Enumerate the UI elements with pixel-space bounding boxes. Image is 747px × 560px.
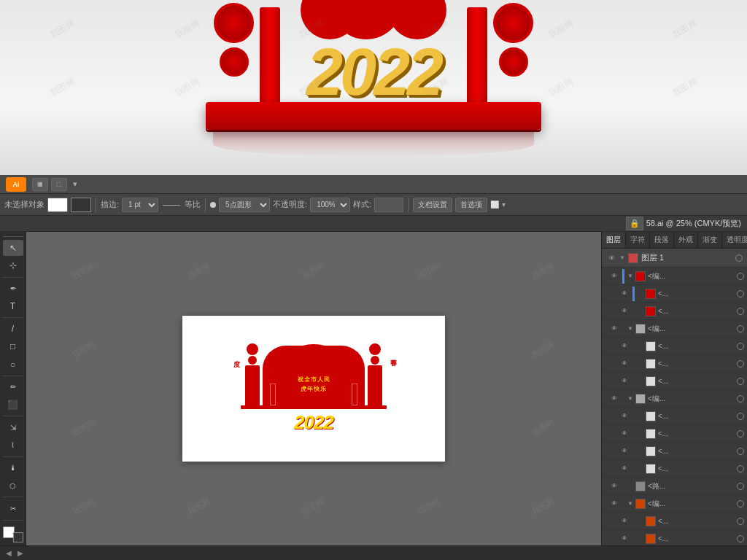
layer-visibility-toggle[interactable]: 👁 [609,481,619,491]
layer-swatch [646,376,656,386]
scissors-tool[interactable]: ✂ [3,500,23,516]
layer-row[interactable]: 👁 <... [602,460,747,478]
layer-rows-container: 👁 ▼ <编... 👁 <... 👁 <... 👁 ▼ <编... 👁 <...… [602,268,747,545]
doc-title-bar: 🔒 58.ai @ 25% (CMYK/预览) [0,216,747,232]
ai-logo: Ai [6,177,26,192]
blend-tool[interactable]: ⬡ [3,478,23,494]
left-toolbox: ↖ ⊹ ✒ T / □ ○ ✏ ⬛ ⇲ ⌇ 🌡 ⬡ ✂ [0,232,26,545]
layer-visibility-toggle[interactable]: 👁 [619,306,630,316]
select-tool[interactable]: ↖ [3,240,23,256]
layer-swatch [646,359,656,369]
layer-color-swatch [628,253,638,263]
tab-gradients[interactable]: 渐变 [698,232,722,248]
preferences-btn[interactable]: 首选项 [455,198,487,212]
layer-visibility-toggle[interactable]: 👁 [609,324,619,334]
menu-bar: Ai ▦ ⬚ ▾ [0,175,747,194]
year-2022-text: 2022 [306,43,441,102]
tab-paragraphs[interactable]: 段落 [650,232,674,248]
layer-row[interactable]: 👁 <... [602,513,747,530]
opacity-select[interactable]: 100% [310,198,350,212]
layer-visibility-toggle[interactable]: 👁 [619,359,630,369]
mini-year-text: 2022 [294,411,333,434]
doc-settings-btn[interactable]: 文档设置 [413,198,452,212]
layer-swatch [635,271,646,281]
layer-visibility-toggle[interactable]: 👁 [619,289,630,299]
layer-eye-icon[interactable]: 👁 [606,253,616,263]
layer-row[interactable]: 👁 <... [602,408,747,425]
layer-visibility-toggle[interactable]: 👁 [619,341,630,351]
mini-artwork: 祝全市人民 虎年快乐 [219,341,409,436]
layer-row[interactable]: 👁 <... [602,285,747,303]
layer-visibility-toggle[interactable]: 👁 [619,464,630,474]
layer-row[interactable]: 👁 <... [602,338,747,355]
layer-visibility-toggle[interactable]: 👁 [619,516,630,526]
menu-icon-2[interactable]: ⬚ [51,178,67,191]
layer-row[interactable]: 👁 ▼ <编... [602,268,747,285]
artboard: 祝全市人民 虎年快乐 [182,316,445,462]
layer-swatch [646,446,656,456]
layer-row[interactable]: 👁 <... [602,425,747,443]
type-tool[interactable]: T [3,298,23,314]
layer-swatch [646,411,656,421]
layer-visibility-toggle[interactable]: 👁 [619,376,630,386]
paint-tool[interactable]: ⬛ [3,397,23,413]
layer-swatch [646,429,656,439]
layer-swatch [635,481,646,491]
sculpture-base [206,102,541,130]
layer-visibility-toggle[interactable]: 👁 [619,534,630,544]
doc-filename: 🔒 [626,217,643,230]
menu-arrow: ▾ [73,179,77,189]
menu-icon-1[interactable]: ▦ [32,178,48,191]
tab-layers[interactable]: 图层 [602,232,626,248]
layer-swatch [635,324,646,334]
status-bar: ◀ ▶ [0,545,747,560]
layer-row[interactable]: 👁 ▼ <编... [602,390,747,408]
layer-visibility-toggle[interactable]: 👁 [609,499,619,509]
ellipse-tool[interactable]: ○ [3,357,23,373]
layer-swatch [646,534,656,544]
layer-visibility-toggle[interactable]: 👁 [609,271,619,281]
canvas-area[interactable]: 我图网 我图网 我图网 我图网 我图网 我图网 我图网 我图网 我图网 我图网 … [26,232,601,545]
layer-main-header[interactable]: 👁 ▼ 图层 1 [602,249,747,268]
rect-tool[interactable]: □ [3,338,23,354]
warp-tool[interactable]: ⌇ [3,438,23,454]
scale-tool[interactable]: ⇲ [3,419,23,435]
layer-row[interactable]: 👁 ▼ <编... [602,320,747,338]
line-tool[interactable]: / [3,321,23,337]
layers-panel: 👁 ▼ 图层 1 👁 ▼ <编... 👁 <... 👁 <... [602,249,747,545]
layer-visibility-toggle[interactable]: 👁 [619,411,630,421]
layer-row[interactable]: 👁 <... [602,355,747,373]
layer-row[interactable]: 👁 <路... [602,478,747,495]
layer-row[interactable]: 👁 ▼ <编... [602,495,747,513]
doc-title: 58.ai @ 25% (CMYK/预览) [646,218,741,229]
artwork-text2: 虎年快乐 [301,385,327,393]
tab-opacity[interactable]: 透明度 [722,232,747,248]
right-panel: 图层 字符 段落 外观 渐变 透明度 👁 ▼ 图层 1 [601,232,747,545]
shape-select[interactable]: 5点圆形 [219,198,270,212]
pencil-tool[interactable]: ✏ [3,379,23,395]
layer-row[interactable]: 👁 <... [602,530,747,545]
layer-row[interactable]: 👁 <... [602,373,747,390]
stroke-swatch[interactable] [71,198,91,212]
foreground-background-colors[interactable] [3,526,23,542]
layer-swatch [646,516,656,526]
layer-row[interactable]: 👁 <... [602,443,747,460]
tab-characters[interactable]: 字符 [626,232,650,248]
nav-next[interactable]: ▶ [18,549,23,557]
layer-row[interactable]: 👁 <... [602,303,747,320]
stroke-select[interactable]: 1 pt [122,198,158,212]
top-preview-area: 我图网 我图网 我图网 我图网 我图网 我图网 我图网 我图网 我图网 我图网 … [0,0,747,175]
pen-tool[interactable]: ✒ [3,280,23,296]
layer-visibility-toggle[interactable]: 👁 [609,394,619,404]
nav-prev[interactable]: ◀ [6,549,12,557]
color-swatch[interactable] [47,198,68,212]
direct-select-tool[interactable]: ⊹ [3,257,23,273]
tab-appearance[interactable]: 外观 [674,232,698,248]
eyedropper-tool[interactable]: 🌡 [3,460,23,476]
layer-visibility-toggle[interactable]: 👁 [619,429,630,439]
illustrator-ui: Ai ▦ ⬚ ▾ 未选择对象 描边: 1 pt —— 等比 5点圆形 不透明度:… [0,175,747,560]
layer-visibility-toggle[interactable]: 👁 [619,446,630,456]
layer-swatch [646,341,656,351]
stroke-label: 描边: [101,199,119,210]
style-swatch[interactable] [374,198,403,212]
